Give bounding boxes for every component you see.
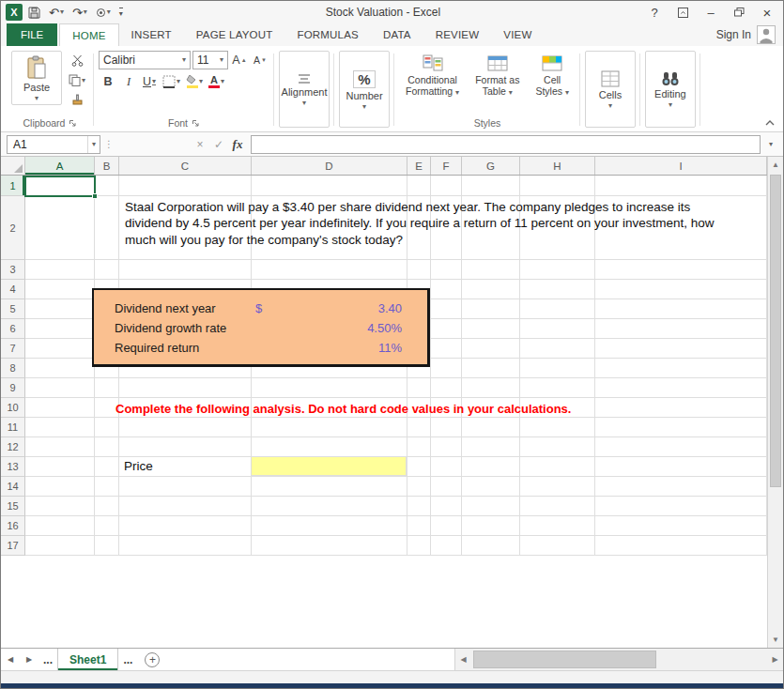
row-header-1[interactable]: 1 (1, 176, 25, 196)
cell-A3[interactable] (25, 260, 95, 280)
row-header-11[interactable]: 11 (1, 418, 25, 437)
font-name-dropdown-icon[interactable]: ▾ (182, 56, 186, 64)
cell-D17[interactable] (252, 536, 407, 556)
assumption-value[interactable]: 3.40 (272, 301, 427, 315)
assumption-value[interactable]: 4.50% (272, 321, 427, 335)
ribbon-display-options-button[interactable] (669, 2, 697, 23)
cell-D16[interactable] (252, 516, 407, 536)
cell-F4[interactable] (431, 280, 462, 299)
tab-insert[interactable]: INSERT (119, 23, 184, 46)
cell-I7[interactable] (595, 339, 767, 359)
column-header-D[interactable]: D (252, 157, 407, 175)
shrink-font-button[interactable]: A▼ (251, 51, 269, 69)
row-header-6[interactable]: 6 (1, 319, 25, 339)
cell-A12[interactable] (25, 437, 95, 457)
cell-H8[interactable] (520, 359, 595, 378)
cell-F8[interactable] (431, 359, 462, 378)
cell-I17[interactable] (595, 536, 767, 556)
cell-H17[interactable] (520, 536, 595, 556)
font-name-select[interactable]: Calibri▾ (99, 51, 191, 69)
cell-I12[interactable] (595, 437, 767, 457)
cell-H13[interactable] (520, 457, 595, 477)
cell-A2[interactable] (25, 196, 95, 260)
cell-I14[interactable] (595, 477, 767, 497)
cell-I13[interactable] (595, 457, 767, 477)
cell-D11[interactable] (252, 418, 407, 437)
cell-A6[interactable] (25, 319, 95, 339)
cell-C17[interactable] (119, 536, 252, 556)
assumption-label[interactable]: Dividend next year (94, 301, 255, 315)
column-header-B[interactable]: B (95, 157, 119, 175)
cell-D14[interactable] (252, 477, 407, 497)
row-header-17[interactable]: 17 (1, 536, 25, 556)
cell-C1[interactable] (119, 176, 252, 196)
fill-handle[interactable] (92, 193, 98, 199)
sheet-nav-left-icon[interactable]: ◀ (1, 649, 20, 670)
row-header-8[interactable]: 8 (1, 359, 25, 378)
cell-A7[interactable] (25, 339, 95, 359)
cell-B17[interactable] (95, 536, 119, 556)
row-header-15[interactable]: 15 (1, 497, 25, 516)
cell-F1[interactable] (431, 176, 462, 196)
cell-A4[interactable] (25, 280, 95, 299)
clipboard-dialog-launcher-icon[interactable] (69, 119, 77, 128)
cell-A13[interactable] (25, 457, 95, 477)
cell-I11[interactable] (595, 418, 767, 437)
cell-F7[interactable] (431, 339, 462, 359)
underline-button[interactable]: U▾ (140, 72, 159, 91)
cell-C3[interactable] (119, 260, 252, 280)
cell-I15[interactable] (595, 497, 767, 516)
italic-button[interactable]: I (119, 72, 138, 91)
hscroll-thumb[interactable] (473, 651, 656, 668)
hscroll-left-icon[interactable]: ◀ (455, 649, 471, 670)
cell-G11[interactable] (462, 418, 520, 437)
assumption-value[interactable]: 11% (272, 341, 427, 355)
cell-I16[interactable] (595, 516, 767, 536)
row-header-4[interactable]: 4 (1, 280, 25, 299)
cell-D12[interactable] (252, 437, 407, 457)
cell-I5[interactable] (595, 299, 767, 319)
cell-E3[interactable] (407, 260, 431, 280)
column-header-C[interactable]: C (119, 157, 252, 175)
cell-E16[interactable] (407, 516, 431, 536)
paste-dropdown-icon[interactable]: ▾ (35, 95, 38, 102)
cell-H16[interactable] (520, 516, 595, 536)
vscroll-thumb[interactable] (770, 175, 781, 487)
column-header-E[interactable]: E (407, 157, 431, 175)
cell-A1[interactable] (25, 176, 95, 196)
touch-mode-button[interactable]: ▾ (93, 3, 114, 22)
cell-E11[interactable] (407, 418, 431, 437)
cell-H7[interactable] (520, 339, 595, 359)
paste-button[interactable]: Paste ▾ (11, 51, 62, 105)
name-box-splitter[interactable]: ⋮ (100, 139, 117, 149)
cell-G13[interactable] (462, 457, 520, 477)
new-sheet-button[interactable]: + (145, 652, 160, 667)
cell-G17[interactable] (462, 536, 520, 556)
minimize-button[interactable]: – (697, 2, 725, 23)
cell-I3[interactable] (595, 260, 767, 280)
font-size-select[interactable]: 11▾ (192, 51, 228, 69)
cell-B15[interactable] (95, 497, 119, 516)
cell-G14[interactable] (462, 477, 520, 497)
cell-F5[interactable] (431, 299, 462, 319)
row-header-2[interactable]: 2 (1, 196, 25, 260)
sheet-more-right[interactable]: ... (118, 649, 137, 670)
cell-F13[interactable] (431, 457, 462, 477)
close-button[interactable]: × (753, 2, 781, 23)
cell-A17[interactable] (25, 536, 95, 556)
row-header-3[interactable]: 3 (1, 260, 25, 280)
fill-color-button[interactable]: ▾ (184, 72, 205, 91)
cell-G1[interactable] (462, 176, 520, 196)
cell-E14[interactable] (407, 477, 431, 497)
vscroll-track[interactable] (770, 173, 781, 632)
sign-in[interactable]: Sign In (716, 23, 783, 46)
cell-G12[interactable] (462, 437, 520, 457)
cell-A14[interactable] (25, 477, 95, 497)
formula-bar-expand-icon[interactable]: ▾ (762, 140, 779, 148)
cell-G6[interactable] (462, 319, 520, 339)
cell-F14[interactable] (431, 477, 462, 497)
horizontal-scrollbar[interactable]: ◀ ▶ (454, 649, 783, 670)
cell-G16[interactable] (462, 516, 520, 536)
cell-A5[interactable] (25, 299, 95, 319)
customize-quick-access-button[interactable]: ▾ (116, 3, 126, 22)
